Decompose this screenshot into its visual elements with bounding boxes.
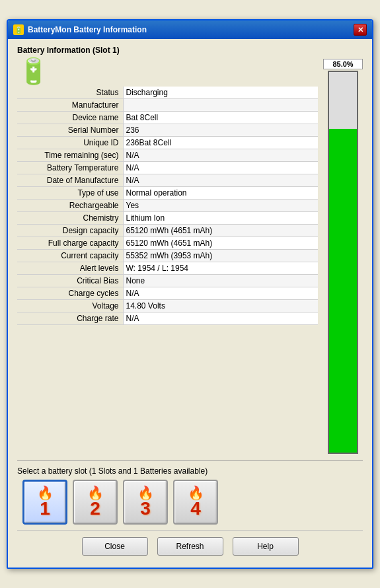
table-row: Time remaining (sec) N/A	[17, 149, 318, 162]
slot-number: 3	[140, 499, 151, 518]
help-button[interactable]: Help	[233, 537, 299, 556]
field-label: Chemistry	[17, 212, 123, 225]
table-row: Charge cycles N/A	[17, 287, 318, 300]
slot-flame-icon: 🔥	[137, 486, 154, 499]
field-value: Normal operation	[123, 187, 318, 200]
table-row: Battery Temperature N/A	[17, 162, 318, 174]
field-label: Battery Temperature	[17, 162, 123, 174]
table-row: Voltage 14.80 Volts	[17, 300, 318, 312]
close-button[interactable]: Close	[82, 537, 148, 556]
field-label: Design capacity	[17, 225, 123, 237]
slot-button-4[interactable]: 🔥 4	[173, 480, 218, 525]
table-row: Charge rate N/A	[17, 312, 318, 325]
field-value: N/A	[123, 312, 318, 325]
field-value: W: 1954 / L: 1954	[123, 262, 318, 275]
field-value: N/A	[123, 287, 318, 300]
main-window: 🔋 BatteryMon Battery Information ✕ Batte…	[7, 19, 373, 569]
table-row: Full charge capacity 65120 mWh (4651 mAh…	[17, 237, 318, 250]
table-row: Status Discharging	[17, 87, 318, 99]
slot-button-2[interactable]: 🔥 2	[73, 480, 118, 525]
field-label: Alert levels	[17, 262, 123, 275]
content-area: Battery Information (Slot 1) 🔋 Status Di…	[8, 39, 372, 568]
field-label: Voltage	[17, 300, 123, 312]
field-value: 236Bat 8Cell	[123, 137, 318, 149]
table-row: Manufacturer	[17, 99, 318, 112]
battery-bar-container: 85.0%	[323, 59, 363, 454]
table-row: Device name Bat 8Cell	[17, 112, 318, 124]
field-label: Full charge capacity	[17, 237, 123, 250]
field-value: 65120 mWh (4651 mAh)	[123, 225, 318, 237]
title-bar-left: 🔋 BatteryMon Battery Information	[13, 24, 147, 35]
slot-flame-icon: 🔥	[188, 486, 204, 499]
field-label: Device name	[17, 112, 123, 124]
battery-visual	[328, 71, 358, 454]
table-row: Unique ID 236Bat 8Cell	[17, 137, 318, 149]
field-value: N/A	[123, 162, 318, 174]
info-area: 🔋 Status Discharging Manufacturer Device…	[17, 59, 363, 454]
field-value: 14.80 Volts	[123, 300, 318, 312]
slot-section: Select a battery slot (1 Slots and 1 Bat…	[17, 460, 363, 525]
field-value: Yes	[123, 200, 318, 212]
slot-label: Select a battery slot (1 Slots and 1 Bat…	[17, 466, 363, 476]
field-label: Time remaining (sec)	[17, 149, 123, 162]
field-value: N/A	[123, 149, 318, 162]
field-label: Charge rate	[17, 312, 123, 325]
field-label: Type of use	[17, 187, 123, 200]
field-label: Date of Manufacture	[17, 174, 123, 187]
slot-number: 1	[40, 499, 50, 518]
bottom-buttons: Close Refresh Help	[17, 530, 363, 561]
slot-number: 2	[90, 499, 100, 518]
section-title: Battery Information (Slot 1)	[17, 46, 363, 55]
table-row: Current capacity 55352 mWh (3953 mAh)	[17, 250, 318, 262]
table-row: Date of Manufacture N/A	[17, 174, 318, 187]
field-value: Bat 8Cell	[123, 112, 318, 124]
table-row: Alert levels W: 1954 / L: 1954	[17, 262, 318, 275]
field-value: Lithium Ion	[123, 212, 318, 225]
battery-app-icon: 🔋	[17, 59, 49, 84]
battery-percent: 85.0%	[323, 59, 363, 69]
table-row: Critical Bias None	[17, 275, 318, 287]
field-value: None	[123, 275, 318, 287]
field-label: Unique ID	[17, 137, 123, 149]
table-row: Design capacity 65120 mWh (4651 mAh)	[17, 225, 318, 237]
field-value: 65120 mWh (4651 mAh)	[123, 237, 318, 250]
field-label: Manufacturer	[17, 99, 123, 112]
info-table: Status Discharging Manufacturer Device n…	[17, 87, 318, 325]
slot-buttons: 🔥 1 🔥 2 🔥 3 🔥 4	[17, 480, 363, 525]
field-label: Serial Number	[17, 124, 123, 137]
field-value: 55352 mWh (3953 mAh)	[123, 250, 318, 262]
slot-number: 4	[190, 499, 201, 518]
slot-flame-icon: 🔥	[37, 486, 54, 499]
battery-fill	[329, 129, 357, 453]
table-row: Chemistry Lithium Ion	[17, 212, 318, 225]
field-label: Critical Bias	[17, 275, 123, 287]
info-left: 🔋 Status Discharging Manufacturer Device…	[17, 59, 318, 454]
field-value	[123, 99, 318, 112]
field-label: Charge cycles	[17, 287, 123, 300]
field-value: 236	[123, 124, 318, 137]
slot-button-1[interactable]: 🔥 1	[22, 480, 67, 525]
refresh-button[interactable]: Refresh	[157, 537, 223, 556]
table-row: Type of use Normal operation	[17, 187, 318, 200]
field-label: Current capacity	[17, 250, 123, 262]
slot-flame-icon: 🔥	[87, 486, 104, 499]
title-bar: 🔋 BatteryMon Battery Information ✕	[8, 20, 372, 39]
field-value: N/A	[123, 174, 318, 187]
app-icon: 🔋	[13, 24, 24, 35]
field-label: Rechargeable	[17, 200, 123, 212]
field-value: Discharging	[123, 87, 318, 99]
slot-button-3[interactable]: 🔥 3	[123, 480, 168, 525]
field-label: Status	[17, 87, 123, 99]
window-title: BatteryMon Battery Information	[28, 25, 147, 34]
table-row: Serial Number 236	[17, 124, 318, 137]
table-row: Rechargeable Yes	[17, 200, 318, 212]
window-close-button[interactable]: ✕	[354, 24, 367, 36]
